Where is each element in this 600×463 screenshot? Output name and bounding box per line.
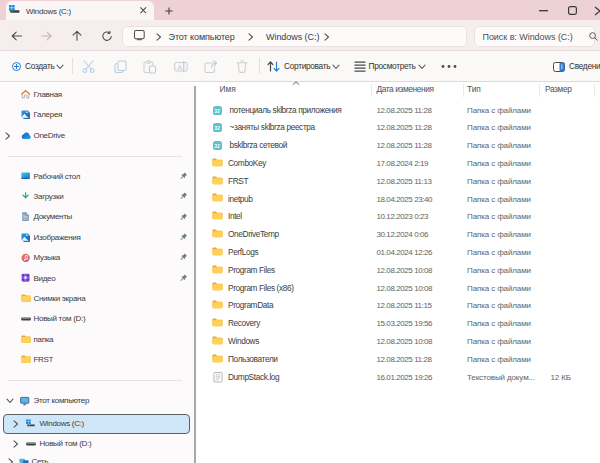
svg-text:32: 32: [214, 108, 220, 113]
svg-text:i: i: [561, 63, 562, 70]
svg-text:32: 32: [214, 144, 220, 149]
svg-text:32: 32: [214, 126, 220, 131]
svg-text:A: A: [177, 63, 182, 72]
